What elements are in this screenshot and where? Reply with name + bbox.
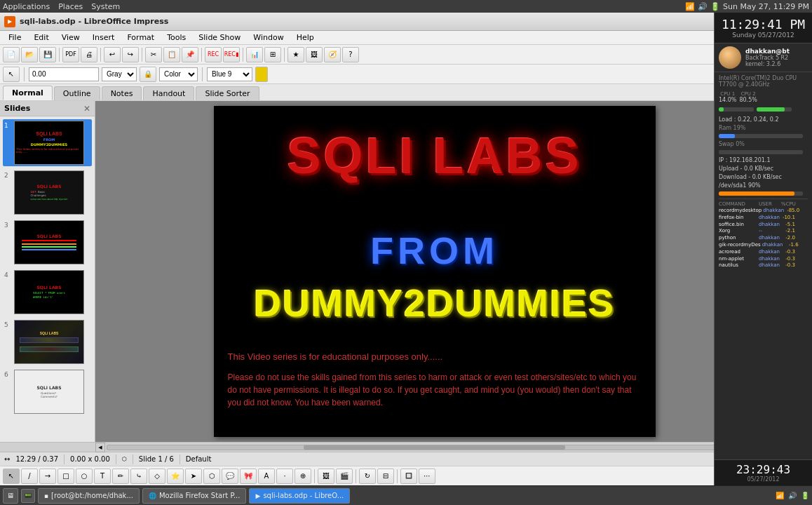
proc-cmd-5: python <box>719 235 757 242</box>
more-tool[interactable]: ⋯ <box>419 469 435 484</box>
menubar: File Edit View Insert Format Tools Slide… <box>0 31 812 45</box>
arrow-tool[interactable]: ↖ <box>3 67 20 82</box>
ellipse-tool[interactable]: ○ <box>76 469 93 484</box>
system-menu[interactable]: System <box>91 2 120 11</box>
tab-slidesorter[interactable]: Slide Sorter <box>196 86 259 100</box>
tab-outline[interactable]: Outline <box>54 86 100 100</box>
align-tool[interactable]: ⊟ <box>377 469 394 484</box>
menu-help[interactable]: Help <box>291 32 320 43</box>
chart-button[interactable]: 📊 <box>246 47 263 62</box>
select-tool[interactable]: ↖ <box>3 469 20 484</box>
redo-button[interactable]: ↪ <box>122 47 139 62</box>
slide-thumb-6[interactable]: 6 SQLI LABS Questions?Comments? <box>3 368 92 415</box>
proc-row-8: nm-applet dhakkan -0.3 <box>719 256 808 263</box>
arrow-line-tool[interactable]: → <box>39 469 56 484</box>
copy-button[interactable]: 📋 <box>163 47 180 62</box>
taskbar-terminal-icon[interactable]: 📟 <box>21 489 35 503</box>
navigator-button[interactable]: 🧭 <box>324 47 341 62</box>
print-button[interactable]: 🖨 <box>81 47 97 62</box>
menu-file[interactable]: File <box>3 32 27 43</box>
tab-handout[interactable]: Handout <box>143 86 194 100</box>
slide-dummy: DUMMY2DUMMIES <box>214 281 656 325</box>
proc-header-user: USER <box>759 201 780 207</box>
slide-thumb-2[interactable]: 2 SQLI LABS GET- Basic Challenges some t… <box>3 169 92 216</box>
menu-tools[interactable]: Tools <box>161 32 191 43</box>
open-button[interactable]: 📂 <box>21 47 38 62</box>
gallery-button[interactable]: 🖼 <box>306 47 323 62</box>
flowchart-tool[interactable]: ⬡ <box>203 469 220 484</box>
system-monitor-panel: 11:29:41 PM Sunday 05/27/2012 dhakkan@bt… <box>714 13 812 485</box>
cpu2-pct: 80.5% <box>739 97 757 103</box>
menu-window[interactable]: Window <box>248 32 289 43</box>
menu-edit[interactable]: Edit <box>28 32 54 43</box>
slide-preview-3: SQLI LABS <box>14 220 84 264</box>
points-tool[interactable]: · <box>276 469 293 484</box>
system-tray: 📶 🔊 🔋 <box>776 492 809 499</box>
rotate-tool[interactable]: ↻ <box>359 469 376 484</box>
menu-slideshow[interactable]: Slide Show <box>193 32 246 43</box>
save-button[interactable]: 💾 <box>39 47 56 62</box>
taskbar-terminal[interactable]: ▪ [root@bt:/home/dhak... <box>38 488 140 504</box>
new-button[interactable]: 📄 <box>3 47 20 62</box>
tab-notes[interactable]: Notes <box>102 86 142 100</box>
hscroll-left[interactable]: ◀ <box>95 443 105 452</box>
tab-normal[interactable]: Normal <box>3 86 53 100</box>
slide-thumb-5[interactable]: 5 SQLI LABS <box>3 318 92 365</box>
cpu1-col: CPU 1 14.0% <box>719 91 736 103</box>
menu-format[interactable]: Format <box>121 32 160 43</box>
slide-info: Slide 1 / 6 <box>139 455 174 463</box>
color-select[interactable]: Color <box>159 67 198 81</box>
window-title: sqli-labs.odp - LibreOffice Impress <box>20 17 168 26</box>
cpu2-label: CPU 2 <box>741 91 756 97</box>
slide-thumb-4[interactable]: 4 SQLI LABS SELECT * FROM usersWHERE id=… <box>3 269 92 316</box>
taskbar-show-desktop[interactable]: 🖥 <box>3 488 18 504</box>
firefox-icon: 🌐 <box>149 492 156 499</box>
slides-panel-close[interactable]: ✕ <box>83 104 90 114</box>
callout-tool[interactable]: 💬 <box>222 469 238 484</box>
block-arrows-tool[interactable]: ➤ <box>185 469 202 484</box>
table-button[interactable]: ⊞ <box>264 47 281 62</box>
upload-row: Upload - 0.0 KB/sec <box>719 166 808 172</box>
insert-special-button[interactable]: ★ <box>287 47 304 62</box>
fontwork-tool[interactable]: A <box>258 469 275 484</box>
blue-select[interactable]: Blue 9 <box>207 67 252 81</box>
tray-volume: 🔊 <box>788 492 797 499</box>
position-x-input[interactable] <box>29 67 99 81</box>
applications-menu[interactable]: Applications <box>3 2 50 11</box>
cut-button[interactable]: ✂ <box>145 47 162 62</box>
gluepoint-tool[interactable]: ⊕ <box>295 469 311 484</box>
line-tool[interactable]: / <box>21 469 38 484</box>
slide-thumb-3[interactable]: 3 SQLI LABS <box>3 219 92 266</box>
connector-tool[interactable]: ⤷ <box>130 469 147 484</box>
slide-preview-2: SQLI LABS GET- Basic Challenges some tex… <box>14 170 84 215</box>
freehand-tool[interactable]: ✏ <box>112 469 129 484</box>
unit-select[interactable]: Gray <box>102 67 137 81</box>
rect-tool[interactable]: □ <box>57 469 74 484</box>
undo-button[interactable]: ↩ <box>104 47 121 62</box>
slide-thumb-1[interactable]: 1 SQLI LABS FROM DUMMY2DUMMIES This Vide… <box>3 119 92 166</box>
position-lock[interactable]: 🔒 <box>140 67 156 82</box>
view-tabs: Normal Outline Notes Handout Slide Sorte… <box>0 84 812 101</box>
symbol-shapes-tool[interactable]: ⭐ <box>167 469 184 484</box>
places-menu[interactable]: Places <box>58 2 83 11</box>
app-icon: ▶ <box>4 16 15 27</box>
menu-view[interactable]: View <box>56 32 86 43</box>
help-toolbar-button[interactable]: ? <box>342 47 359 62</box>
separator-5 <box>243 48 243 62</box>
insert-picture[interactable]: 🖼 <box>318 469 334 484</box>
disk-bar-fill <box>719 191 794 196</box>
starsbanner-tool[interactable]: 🎀 <box>240 469 257 484</box>
paste-button[interactable]: 📌 <box>182 47 198 62</box>
record-stop-button[interactable]: REC▮ <box>223 47 240 62</box>
color-swatch[interactable] <box>255 67 268 82</box>
insert-movie[interactable]: 🎬 <box>336 469 353 484</box>
taskbar-impress[interactable]: ▶ sqli-labs.odp - LibreO... <box>249 488 350 504</box>
menu-insert[interactable]: Insert <box>87 32 121 43</box>
basic-shapes-tool[interactable]: ◇ <box>149 469 165 484</box>
text-tool[interactable]: T <box>94 469 111 484</box>
taskbar-firefox[interactable]: 🌐 Mozilla Firefox Start P... <box>142 488 247 504</box>
export-pdf-button[interactable]: PDF <box>62 47 79 62</box>
shadow-tool[interactable]: 🔲 <box>400 469 417 484</box>
hscroll-thumb[interactable] <box>304 445 565 450</box>
record-button[interactable]: REC <box>205 47 222 62</box>
